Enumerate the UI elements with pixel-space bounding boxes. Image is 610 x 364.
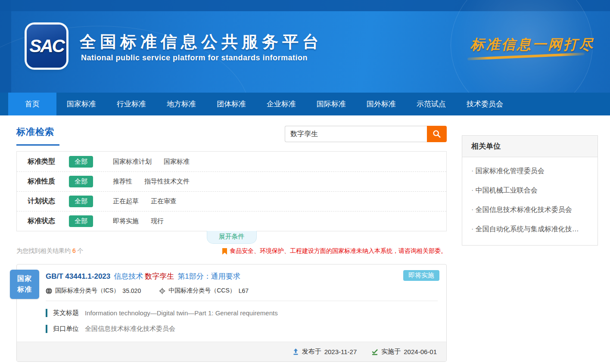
standard-title-link[interactable]: GB/T 43441.1-2023信息技术数字孪生第1部分：通用要求 bbox=[46, 271, 438, 281]
filter-selected-badge[interactable]: 全部 bbox=[69, 156, 93, 168]
card-meta-row: 国际标准分类号（ICS） 35.020 中国标准分类号（CCS） L6 bbox=[46, 287, 438, 295]
nav-item-foreign-standards[interactable]: 国外标准 bbox=[356, 93, 406, 115]
ics-label: 国际标准分类号（ICS） bbox=[55, 287, 119, 295]
card-body: GB/T 43441.1-2023信息技术数字孪生第1部分：通用要求 国际标准分… bbox=[17, 264, 446, 333]
site-header: SAC 全国标准信息公共服务平台 National public service… bbox=[0, 0, 610, 93]
standard-result-card: 国家 标准 即将实施 GB/T 43441.1-2023信息技术数字孪生第1部分… bbox=[16, 264, 447, 362]
search-section: 标准检索 bbox=[16, 126, 447, 146]
main-nav: 首页 国家标准 行业标准 地方标准 团体标准 企业标准 国际标准 国外标准 示范… bbox=[0, 93, 610, 115]
site-subtitle: National public service platform for sta… bbox=[81, 53, 308, 62]
filter-label: 标准类型 bbox=[28, 157, 69, 166]
check-icon bbox=[371, 348, 378, 355]
ccs-meta: 中国标准分类号（CCS） L67 bbox=[159, 287, 249, 295]
standard-type-badge: 国家 标准 bbox=[10, 270, 39, 299]
nav-item-international-standards[interactable]: 国际标准 bbox=[306, 93, 356, 115]
type-badge-line2: 标准 bbox=[17, 284, 32, 295]
main-column: 标准检索 标准类型 全部 国家标准计 bbox=[16, 126, 447, 362]
compass-icon bbox=[159, 288, 165, 294]
standard-title-segment[interactable]: 信息技术 bbox=[114, 272, 143, 280]
bookmark-icon bbox=[222, 248, 227, 255]
sidebar-item-automation[interactable]: 全国自动化系统与集成标准化技… bbox=[471, 220, 588, 239]
filter-row-standard-nature: 标准性质 全部 推荐性 指导性技术文件 bbox=[17, 171, 446, 191]
search-group bbox=[285, 126, 447, 142]
results-meta: 为您找到相关结果约 6 个 食品安全、环境保护、工程建设方面的国家标准未纳入本系… bbox=[16, 247, 447, 255]
sidebar-item-nits[interactable]: 全国信息技术标准化技术委员会 bbox=[471, 200, 588, 220]
expand-conditions-button[interactable]: 展开条件 bbox=[207, 231, 257, 244]
upload-icon bbox=[293, 348, 299, 355]
filter-selected-badge[interactable]: 全部 bbox=[69, 215, 93, 227]
filter-option[interactable]: 国家标准计划 bbox=[113, 158, 152, 166]
filter-row-plan-status: 计划状态 全部 正在起草 正在审查 bbox=[17, 191, 446, 211]
result-count-suffix: 个 bbox=[76, 247, 84, 254]
ics-value: 35.020 bbox=[122, 287, 141, 294]
site-title: 全国标准信息公共服务平台 bbox=[80, 31, 323, 53]
nav-item-technical-committee[interactable]: 技术委员会 bbox=[456, 93, 514, 115]
sac-logo-text: SAC bbox=[29, 36, 64, 56]
filter-label: 计划状态 bbox=[28, 197, 69, 206]
search-button[interactable] bbox=[427, 126, 447, 142]
nav-item-national-standards[interactable]: 国家标准 bbox=[56, 93, 106, 115]
filter-label: 标准状态 bbox=[28, 217, 69, 226]
filter-option[interactable]: 现行 bbox=[151, 217, 164, 225]
page-title-underline bbox=[16, 144, 59, 146]
section-title-wrap: 标准检索 bbox=[16, 126, 59, 146]
search-input[interactable] bbox=[285, 126, 427, 142]
sidebar-item-sac[interactable]: 国家标准化管理委员会 bbox=[471, 162, 588, 181]
filter-option[interactable]: 国家标准 bbox=[164, 158, 190, 166]
filter-option[interactable]: 正在起草 bbox=[113, 197, 139, 205]
nav-item-local-standards[interactable]: 地方标准 bbox=[156, 93, 206, 115]
publish-label: 发布于 bbox=[302, 348, 321, 356]
result-count-number: 6 bbox=[72, 247, 76, 254]
filter-box: 标准类型 全部 国家标准计划 国家标准 标准性质 全部 推荐性 指导性技术文件 … bbox=[16, 151, 447, 231]
filter-option[interactable]: 正在审查 bbox=[151, 197, 177, 205]
site-slogan: 标准信息一网打尽 bbox=[470, 35, 594, 54]
related-units-title: 相关单位 bbox=[462, 136, 598, 157]
system-notice: 食品安全、环境保护、工程建设方面的国家标准未纳入本系统，请咨询相关部委。 bbox=[222, 247, 447, 255]
result-count-prefix: 为您找到相关结果约 bbox=[16, 247, 72, 254]
standard-title-segment[interactable]: 第1部分：通用要求 bbox=[177, 272, 240, 280]
ics-meta: 国际标准分类号（ICS） 35.020 bbox=[46, 287, 141, 295]
nav-item-home[interactable]: 首页 bbox=[8, 93, 56, 115]
sidebar-item-cmif[interactable]: 中国机械工业联合会 bbox=[471, 181, 588, 200]
type-badge-line1: 国家 bbox=[17, 274, 32, 284]
detail-label: 英文标题 bbox=[53, 309, 79, 317]
filter-option[interactable]: 推荐性 bbox=[113, 177, 132, 186]
implement-label: 实施于 bbox=[381, 348, 401, 356]
content-area: 标准检索 标准类型 全部 国家标准计 bbox=[0, 126, 610, 362]
nav-item-group-standards[interactable]: 团体标准 bbox=[206, 93, 256, 115]
publish-date-item: 发布于 2023-11-27 bbox=[293, 348, 357, 356]
result-count: 为您找到相关结果约 6 个 bbox=[16, 247, 84, 255]
detail-value: Information technology—Digital twin—Part… bbox=[85, 309, 278, 317]
filter-row-standard-status: 标准状态 全部 即将实施 现行 bbox=[17, 211, 446, 231]
detail-row-committee: 归口单位 全国信息技术标准化技术委员会 bbox=[46, 325, 438, 333]
teal-bar bbox=[46, 325, 47, 333]
related-units-panel: 相关单位 国家标准化管理委员会 中国机械工业联合会 全国信息技术标准化技术委员会… bbox=[462, 135, 598, 246]
card-footer: 发布于 2023-11-27 实施于 2024-06-01 bbox=[17, 342, 446, 361]
nav-item-enterprise-standards[interactable]: 企业标准 bbox=[256, 93, 306, 115]
filter-label: 标准性质 bbox=[28, 177, 69, 186]
filter-selected-badge[interactable]: 全部 bbox=[69, 196, 93, 207]
notice-text: 食品安全、环境保护、工程建设方面的国家标准未纳入本系统，请咨询相关部委。 bbox=[230, 247, 447, 255]
detail-label: 归口单位 bbox=[53, 325, 79, 333]
card-divider bbox=[46, 301, 438, 301]
detail-value: 全国信息技术标准化技术委员会 bbox=[85, 325, 175, 333]
nav-item-pilot[interactable]: 示范试点 bbox=[406, 93, 456, 115]
implement-date: 2024-06-01 bbox=[404, 348, 437, 355]
globe-icon bbox=[46, 288, 52, 294]
teal-bar bbox=[46, 309, 47, 317]
sac-logo[interactable]: SAC bbox=[27, 25, 66, 68]
nav-item-industry-standards[interactable]: 行业标准 bbox=[106, 93, 156, 115]
standard-title-highlight[interactable]: 数字孪生 bbox=[145, 272, 174, 280]
search-icon bbox=[432, 129, 442, 139]
ccs-label: 中国标准分类号（CCS） bbox=[168, 287, 236, 295]
standard-code[interactable]: GB/T 43441.1-2023 bbox=[46, 272, 110, 280]
filter-selected-badge[interactable]: 全部 bbox=[69, 176, 93, 187]
ccs-value: L67 bbox=[239, 287, 249, 294]
publish-date: 2023-11-27 bbox=[324, 348, 357, 355]
status-badge: 即将实施 bbox=[403, 270, 439, 281]
page-title: 标准检索 bbox=[16, 126, 59, 138]
filter-option[interactable]: 即将实施 bbox=[113, 217, 139, 225]
related-units-list: 国家标准化管理委员会 中国机械工业联合会 全国信息技术标准化技术委员会 全国自动… bbox=[462, 157, 598, 245]
detail-row-english-title: 英文标题 Information technology—Digital twin… bbox=[46, 309, 438, 317]
filter-option[interactable]: 指导性技术文件 bbox=[144, 177, 190, 186]
